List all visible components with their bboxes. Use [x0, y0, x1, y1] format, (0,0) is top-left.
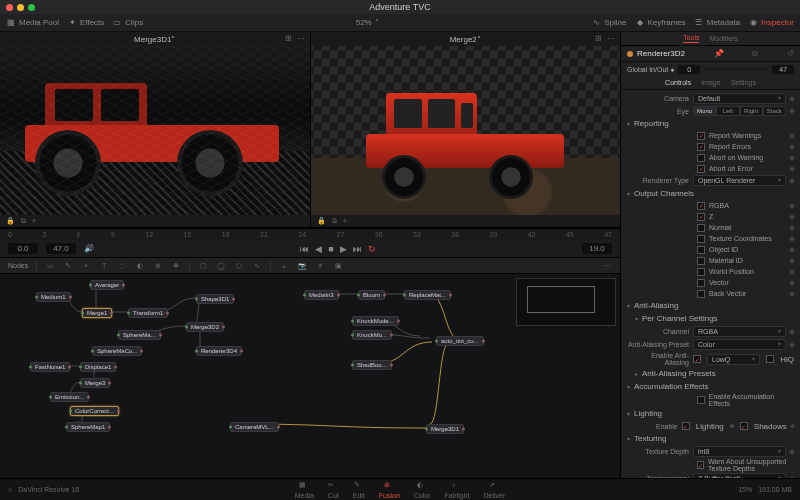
node-averager[interactable]: Averager	[90, 280, 124, 290]
kf-icon[interactable]	[789, 133, 795, 139]
tool-mask-ellipse-icon[interactable]: ◯	[216, 262, 226, 270]
node-mediain3[interactable]: MediaIn3	[304, 290, 339, 300]
kf-icon[interactable]	[789, 144, 795, 150]
tool-render-icon[interactable]: ▣	[333, 262, 343, 270]
checkbox[interactable]	[697, 290, 705, 298]
range-start-field[interactable]: 0.0	[8, 243, 38, 254]
versions-icon[interactable]: ⧉	[752, 49, 758, 59]
node-replacemat[interactable]: ReplaceMat...	[404, 290, 451, 300]
section-texturing[interactable]: ▾Texturing	[621, 432, 800, 445]
time-ruler[interactable]: 036912151821242730333639424547	[0, 228, 620, 240]
keyframes-toggle[interactable]: ◆Keyframes	[635, 18, 686, 28]
kf-icon[interactable]	[789, 280, 795, 286]
kf-icon[interactable]	[789, 108, 795, 114]
page-edit[interactable]: ✎Edit	[353, 481, 365, 499]
page-fairlight[interactable]: ♪Fairlight	[445, 481, 470, 499]
node-merge3d1[interactable]: Merge3D1	[426, 424, 464, 434]
node-spheremaco[interactable]: SphereMaCo...	[92, 346, 142, 356]
effects-toggle[interactable]: ✦Effects	[67, 18, 104, 28]
checkbox[interactable]	[697, 213, 705, 221]
checkbox[interactable]	[697, 235, 705, 243]
inspector-tab-modifiers[interactable]: Modifiers	[709, 35, 737, 43]
texdepth-select[interactable]: int8	[693, 446, 786, 457]
renderer-type-select[interactable]: OpenGL Renderer	[693, 175, 786, 186]
node-cameramvl[interactable]: CameraMVL...	[230, 422, 279, 432]
subtab-controls[interactable]: Controls	[665, 79, 691, 86]
zoom-readout[interactable]: 52% ˅	[356, 18, 379, 27]
checkbox[interactable]	[697, 154, 705, 162]
kf-icon[interactable]	[789, 155, 795, 161]
close-icon[interactable]	[6, 4, 13, 11]
kf-icon[interactable]	[789, 214, 795, 220]
aa-quality-select[interactable]: LowQ	[707, 354, 760, 365]
viewer-b[interactable]: Merge2 ˅ ⊞⋯ 🔒⧉⌖	[310, 32, 621, 227]
kf-icon[interactable]	[790, 423, 795, 428]
tool-3d-icon[interactable]: ⟁	[279, 262, 289, 269]
section-reporting[interactable]: ▾Reporting	[621, 117, 800, 130]
global-in-field[interactable]: 0	[678, 65, 700, 74]
node-bloom[interactable]: Bloom	[358, 290, 385, 300]
kf-icon[interactable]	[789, 258, 795, 264]
eye-segmented[interactable]: Mono Left Right Stack	[693, 106, 786, 116]
node-medium1[interactable]: Medium1	[36, 292, 71, 302]
node-merge1[interactable]: Merge1	[82, 308, 112, 318]
node-shape3d1[interactable]: Shape3D1	[196, 294, 234, 304]
inspector-toggle[interactable]: ◉Inspector	[748, 18, 794, 28]
subtab-settings[interactable]: Settings	[731, 79, 756, 86]
accum-enable-checkbox[interactable]	[697, 396, 705, 404]
tool-mask-rect-icon[interactable]: ▢	[198, 262, 208, 270]
spline-toggle[interactable]: ∿Spline	[591, 18, 626, 28]
shadows-checkbox[interactable]	[740, 422, 748, 430]
aa-preset-select[interactable]: Color	[693, 339, 786, 350]
kf-icon[interactable]	[789, 203, 795, 209]
loop-button[interactable]: ↻	[368, 244, 376, 254]
node-knockmo[interactable]: KnockMo...	[352, 330, 392, 340]
tool-mask-poly-icon[interactable]: ⬠	[234, 262, 244, 270]
tool-paint-icon[interactable]: ✎	[63, 262, 73, 270]
viewer-a-opts-icon[interactable]: ⋯	[297, 34, 306, 43]
viewer-b-snap-icon[interactable]: ⌖	[343, 217, 347, 225]
media-pool-toggle[interactable]: ▦Media Pool	[6, 18, 59, 28]
kf-icon[interactable]	[789, 329, 795, 335]
tool-mask-bspline-icon[interactable]: ∿	[252, 262, 262, 270]
kf-icon[interactable]	[729, 423, 735, 429]
section-lighting[interactable]: ▾Lighting	[621, 407, 800, 420]
traffic-lights[interactable]	[6, 4, 35, 11]
page-deliver[interactable]: ↗Deliver	[483, 481, 505, 499]
checkbox[interactable]	[697, 246, 705, 254]
node-merge3d2[interactable]: Merge3D2	[186, 322, 224, 332]
node-autotintcu[interactable]: auto_tint_cu...	[436, 336, 484, 346]
current-time-field[interactable]: 19.0	[582, 243, 612, 254]
aa-channel-select[interactable]: RGBA	[693, 326, 786, 337]
node-colorcorrect[interactable]: ColorCorrect...	[70, 406, 119, 416]
texwarn-checkbox[interactable]	[697, 461, 704, 469]
kf-icon[interactable]	[789, 178, 795, 184]
viewer-a-viewport[interactable]	[0, 46, 310, 215]
page-fusion[interactable]: ⊛Fusion	[379, 481, 400, 499]
viewer-b-lock-icon[interactable]: 🔒	[317, 217, 326, 225]
node-graph[interactable]: Medium1Merge1AveragerTransform1SphereMa.…	[0, 274, 620, 478]
checkbox[interactable]	[697, 268, 705, 276]
section-aa-presets[interactable]: ▸Anti-Aliasing Presets	[621, 367, 800, 380]
viewer-a-fit-icon[interactable]: ⊞	[285, 34, 294, 43]
checkbox[interactable]	[697, 143, 705, 151]
viewer-b-fit-icon[interactable]: ⊞	[595, 34, 604, 43]
play-forward-button[interactable]: ▶	[340, 244, 347, 254]
kf-icon[interactable]	[789, 225, 795, 231]
pin-icon[interactable]: 📌	[714, 49, 724, 58]
tool-merge-icon[interactable]: ⊕	[153, 262, 163, 270]
node-shadboo[interactable]: ShadBoo...	[352, 360, 392, 370]
global-out-field[interactable]: 47	[772, 65, 794, 74]
section-accum[interactable]: ▾Accumulation Effects	[621, 380, 800, 393]
inspector-body[interactable]: CameraDefault Eye Mono Left Right Stack …	[621, 90, 800, 478]
kf-icon[interactable]	[789, 236, 795, 242]
maximize-icon[interactable]	[28, 4, 35, 11]
tool-blur-icon[interactable]: ◌	[117, 262, 127, 270]
camera-select[interactable]: Default	[693, 93, 786, 104]
node-navigator[interactable]	[516, 278, 616, 326]
checkbox[interactable]	[697, 165, 705, 173]
aa-enable-checkbox[interactable]	[693, 355, 701, 363]
tool-light-icon[interactable]: ☀	[315, 262, 325, 270]
kf-icon[interactable]	[789, 449, 795, 455]
speaker-icon[interactable]: 🔊	[84, 244, 94, 253]
